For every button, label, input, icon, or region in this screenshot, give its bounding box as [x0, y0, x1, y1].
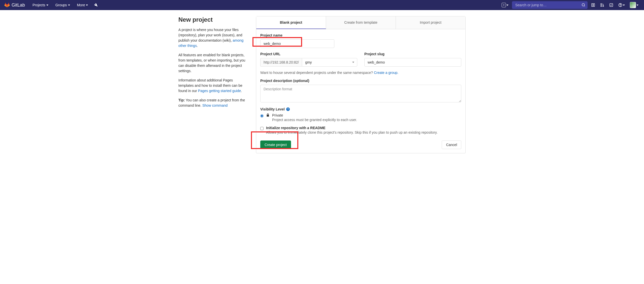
- top-navbar: GitLab Projects Groups More +: [0, 0, 644, 10]
- lock-icon: [266, 113, 270, 117]
- visibility-private-radio[interactable]: [260, 114, 264, 118]
- help-icon[interactable]: ?: [286, 107, 290, 111]
- nav-groups[interactable]: Groups: [53, 3, 73, 7]
- url-slug-row: Project URL http://192.168.8.20:82/ gmy …: [260, 52, 461, 67]
- project-slug-group: Project slug: [364, 52, 461, 67]
- svg-point-4: [603, 6, 604, 7]
- nav-projects-label: Projects: [33, 3, 45, 7]
- chevron-down-icon: [46, 5, 48, 6]
- todos-icon[interactable]: [608, 2, 615, 8]
- svg-rect-1: [593, 4, 595, 7]
- help-menu[interactable]: [617, 2, 626, 8]
- chevron-down-icon: [68, 5, 70, 6]
- main-form: Blank project Create from template Impor…: [256, 16, 466, 153]
- private-desc: Project access must be granted explicitl…: [272, 118, 461, 122]
- create-group-link[interactable]: Create a group.: [374, 71, 398, 75]
- sidebar-p4: Tip: You can also create a project from …: [178, 98, 249, 108]
- chevron-down-icon: [506, 5, 508, 6]
- project-name-input[interactable]: [260, 39, 334, 48]
- search-input[interactable]: [512, 1, 588, 9]
- private-title: Private: [272, 113, 461, 117]
- sidebar-info: New project A project is where you house…: [178, 16, 249, 153]
- readme-option[interactable]: Initialize repository with a README Allo…: [260, 126, 461, 134]
- sidebar-p2: All features are enabled for blank proje…: [178, 52, 249, 74]
- navbar-right: +: [500, 1, 640, 9]
- description-group: Project description (optional): [260, 79, 461, 103]
- help-icon: [618, 3, 622, 7]
- plus-icon: +: [502, 3, 506, 7]
- chevron-down-icon: [86, 5, 88, 6]
- readme-title: Initialize repository with a README: [266, 126, 461, 130]
- description-textarea[interactable]: [260, 85, 461, 102]
- gitlab-logo-icon: [4, 2, 10, 8]
- create-project-button[interactable]: Create project: [260, 140, 291, 149]
- readme-checkbox[interactable]: [260, 127, 264, 130]
- avatar: [630, 2, 636, 8]
- page-title: New project: [178, 16, 249, 23]
- chevron-down-icon: [636, 5, 638, 6]
- description-label: Project description (optional): [260, 79, 461, 83]
- namespace-hint: Want to house several dependent projects…: [260, 71, 461, 75]
- project-url-group: Project URL http://192.168.8.20:82/ gmy: [260, 52, 357, 67]
- svg-point-3: [601, 6, 602, 7]
- search-box: [512, 1, 588, 9]
- svg-point-7: [620, 6, 621, 6]
- plus-menu[interactable]: +: [500, 2, 510, 8]
- svg-point-2: [601, 4, 602, 5]
- namespace-select[interactable]: gmy: [302, 58, 357, 67]
- url-prefix: http://192.168.8.20:82/: [260, 58, 302, 67]
- project-url-label: Project URL: [260, 52, 357, 56]
- admin-wrench-icon[interactable]: [92, 2, 100, 8]
- gitlab-logo[interactable]: GitLab: [4, 2, 25, 8]
- project-name-group: Project name: [260, 33, 461, 48]
- visibility-private-option[interactable]: Private Project access must be granted e…: [260, 113, 461, 122]
- nav-more-label: More: [77, 3, 85, 7]
- readme-desc: Allows you to immediately clone this pro…: [266, 130, 461, 134]
- nav-more[interactable]: More: [75, 3, 91, 7]
- nav-groups-label: Groups: [55, 3, 67, 7]
- search-icon: [582, 3, 586, 7]
- form-body: Project name Project URL http://192.168.…: [256, 29, 466, 153]
- project-name-label: Project name: [260, 33, 461, 37]
- navbar-left: GitLab Projects Groups More: [4, 2, 100, 8]
- tab-blank-project[interactable]: Blank project: [256, 16, 326, 29]
- tab-import-project[interactable]: Import project: [396, 16, 465, 29]
- project-tabs: Blank project Create from template Impor…: [256, 16, 466, 29]
- project-slug-label: Project slug: [364, 52, 461, 56]
- readme-group: Initialize repository with a README Allo…: [260, 126, 461, 134]
- show-command-link[interactable]: Show command: [202, 103, 228, 107]
- cancel-button[interactable]: Cancel: [442, 140, 461, 149]
- merge-requests-icon[interactable]: [599, 2, 606, 8]
- pages-guide-link[interactable]: Pages getting started guide: [198, 89, 241, 93]
- chevron-down-icon: [623, 5, 625, 6]
- visibility-label: Visibility Level ?: [260, 107, 461, 111]
- sidebar-p1: A project is where you house your files …: [178, 27, 249, 48]
- svg-rect-0: [592, 4, 593, 7]
- form-actions: Create project Cancel: [260, 140, 461, 149]
- brand-text: GitLab: [12, 3, 25, 8]
- page-content: New project A project is where you house…: [175, 10, 469, 159]
- user-menu[interactable]: [628, 1, 640, 9]
- visibility-group: Visibility Level ? Private Project acces…: [260, 107, 461, 122]
- issues-icon[interactable]: [590, 2, 597, 8]
- project-slug-input[interactable]: [364, 58, 461, 67]
- tab-create-from-template[interactable]: Create from template: [326, 16, 396, 29]
- nav-projects[interactable]: Projects: [30, 3, 51, 7]
- sidebar-p3: Information about additional Pages templ…: [178, 78, 249, 94]
